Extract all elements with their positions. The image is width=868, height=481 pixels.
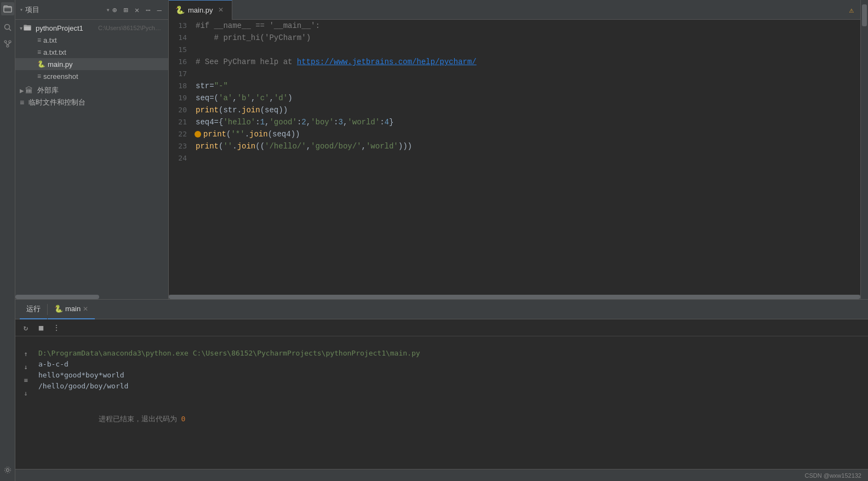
- project-title: 项目: [25, 5, 105, 15]
- console-line-blank: [38, 392, 864, 403]
- sidebar-close-icon[interactable]: ✕: [133, 4, 141, 15]
- tab-python-icon: 🐍: [175, 5, 185, 14]
- editor-warning-icon: ⚠: [849, 5, 860, 14]
- external-libs-chevron: ▶: [20, 88, 24, 94]
- temp-files-icon: ≡: [20, 98, 24, 107]
- line-content-21: seq4={'hello':1,'good':2,'boy':3,'world'…: [193, 116, 860, 128]
- line-num-13: 13: [169, 20, 193, 32]
- sidebar-content: ▾ pythonProject1 C:\Users\86152\PycharmP…: [15, 20, 168, 295]
- activity-search-icon[interactable]: [1, 21, 14, 34]
- bottom-tab-run[interactable]: 运行: [20, 300, 47, 319]
- line-content-16: # See PyCharm help at https://www.jetbra…: [193, 56, 860, 68]
- temp-files-name: 临时文件和控制台: [28, 98, 164, 107]
- project-root-chevron: ▾: [20, 25, 22, 31]
- line-num-19: 19: [169, 92, 193, 104]
- toolbar-refresh-btn[interactable]: ↻: [20, 322, 32, 334]
- console-output[interactable]: ↑ ↓ ≡ ⇓ D:\ProgramData\anaconda3\python.…: [15, 336, 868, 469]
- toolbar-more-btn[interactable]: ⋮: [50, 322, 62, 334]
- editor-content[interactable]: 13 #if __name__ == '__main__': 14 # prin…: [169, 20, 860, 295]
- file-atxt[interactable]: ≡ a.txt: [15, 34, 168, 46]
- sidebar-more-icon[interactable]: ⋯: [144, 4, 152, 15]
- console-down-btn[interactable]: ↓: [20, 361, 32, 373]
- svg-line-7: [8, 43, 10, 45]
- tab-mainpy-close[interactable]: ✕: [216, 5, 225, 14]
- bottom-tab-run-label: 运行: [26, 304, 41, 314]
- file-text-icon: ≡: [37, 36, 41, 44]
- console-nav-arrows: ↑ ↓ ≡ ⇓: [20, 347, 32, 399]
- file-mainpy[interactable]: 🐍 main.py: [15, 58, 168, 70]
- tab-mainpy-label: main.py: [188, 6, 213, 14]
- line-content-18: str="-": [193, 80, 860, 92]
- toolbar-stop-btn[interactable]: ■: [35, 322, 47, 334]
- line-num-22: 22: [169, 128, 193, 140]
- external-libs-item[interactable]: ▶ 🏛 外部库: [15, 84, 168, 96]
- console-line-status: 进程已结束，退出代码为 0: [38, 403, 864, 436]
- project-collapse-icon[interactable]: ▾: [20, 7, 23, 13]
- file-mainpy-name: main.py: [48, 60, 164, 68]
- svg-line-6: [5, 43, 8, 45]
- code-line-19: 19 seq=('a','b','c','d'): [169, 92, 860, 104]
- bottom-tab-main-close[interactable]: ✕: [83, 305, 88, 313]
- svg-point-8: [6, 469, 9, 472]
- bottom-tab-main-label: main: [65, 305, 81, 313]
- project-sidebar: ▾ 项目 ▾ ⊕ ⊞ ✕ ⋯ — ▾ pythonPro: [15, 0, 169, 299]
- editor-tabs: 🐍 main.py ✕ ⚠: [169, 0, 860, 20]
- line-content-17: [193, 68, 860, 80]
- temp-files-item[interactable]: ≡ 临时文件和控制台: [15, 96, 168, 108]
- code-line-17: 17: [169, 68, 860, 80]
- line-content-23: print(''.join(('/hello/','good/boy/','wo…: [193, 140, 860, 152]
- file-text2-icon: ≡: [37, 48, 41, 56]
- line-num-18: 18: [169, 80, 193, 92]
- code-line-16: 16 # See PyCharm help at https://www.jet…: [169, 56, 860, 68]
- line-content-13: #if __name__ == '__main__':: [193, 20, 860, 32]
- line-num-24: 24: [169, 152, 193, 164]
- code-line-14: 14 # print_hi('PyCharm'): [169, 32, 860, 44]
- sidebar-expand-icon[interactable]: ⊞: [121, 4, 130, 15]
- svg-point-1: [4, 25, 9, 30]
- file-atxttxt[interactable]: ≡ a.txt.txt: [15, 46, 168, 58]
- code-line-21: 21 seq4={'hello':1,'good':2,'boy':3,'wor…: [169, 116, 860, 128]
- file-screenshot[interactable]: ≡ screenshot: [15, 70, 168, 82]
- sidebar-scrollbar[interactable]: [15, 295, 168, 299]
- console-scrolldown-btn[interactable]: ⇓: [20, 387, 32, 399]
- console-line-1: a-b-c-d: [38, 359, 864, 370]
- code-line-13: 13 #if __name__ == '__main__':: [169, 20, 860, 32]
- console-filter-btn[interactable]: ≡: [20, 374, 32, 386]
- file-screenshot-name: screenshot: [43, 72, 164, 81]
- editor-hscrollbar[interactable]: [169, 295, 860, 299]
- project-name: pythonProject1: [36, 24, 95, 32]
- line-content-22: print('*'.join(seq4)): [193, 128, 860, 140]
- line-num-14: 14: [169, 32, 193, 44]
- editor-vscrollbar-thumb: [862, 4, 867, 26]
- file-python-icon: 🐍: [37, 60, 45, 68]
- main-container: ▾ 项目 ▾ ⊕ ⊞ ✕ ⋯ — ▾ pythonPro: [15, 0, 868, 481]
- project-root-item[interactable]: ▾ pythonProject1 C:\Users\86152\PycharmP…: [15, 22, 168, 34]
- editor-tab-mainpy[interactable]: 🐍 main.py ✕: [169, 0, 232, 20]
- svg-point-3: [4, 41, 7, 43]
- editor-vscrollbar[interactable]: [860, 0, 868, 299]
- line-num-21: 21: [169, 116, 193, 128]
- svg-line-2: [9, 29, 11, 31]
- activity-git-icon[interactable]: [1, 37, 14, 50]
- project-dropdown-icon[interactable]: ▾: [106, 6, 110, 14]
- console-line-2: hello*good*boy*world: [38, 370, 864, 381]
- line-content-20: print(str.join(seq)): [193, 104, 860, 116]
- file-atxt-name: a.txt: [43, 36, 164, 44]
- external-libs-name: 外部库: [37, 85, 164, 95]
- line-num-20: 20: [169, 104, 193, 116]
- bottom-tab-main[interactable]: 🐍 main ✕: [48, 300, 95, 319]
- sidebar-add-icon[interactable]: ⊕: [110, 4, 119, 15]
- sidebar-minimize-icon[interactable]: —: [155, 4, 164, 15]
- activity-folder-icon[interactable]: [1, 2, 14, 15]
- code-line-20: 20 print(str.join(seq)): [169, 104, 860, 116]
- line-num-15: 15: [169, 44, 193, 56]
- svg-point-9: [4, 467, 10, 473]
- console-up-btn[interactable]: ↑: [20, 348, 32, 360]
- activity-settings-icon[interactable]: [1, 463, 14, 477]
- console-line-cmd: D:\ProgramData\anaconda3\python.exe C:\U…: [38, 348, 864, 359]
- external-libs-icon: 🏛: [25, 86, 33, 95]
- svg-point-5: [7, 45, 9, 47]
- svg-rect-10: [24, 25, 31, 30]
- code-line-24: 24: [169, 152, 860, 164]
- console-lines-container: ↑ ↓ ≡ ⇓ D:\ProgramData\anaconda3\python.…: [20, 347, 864, 436]
